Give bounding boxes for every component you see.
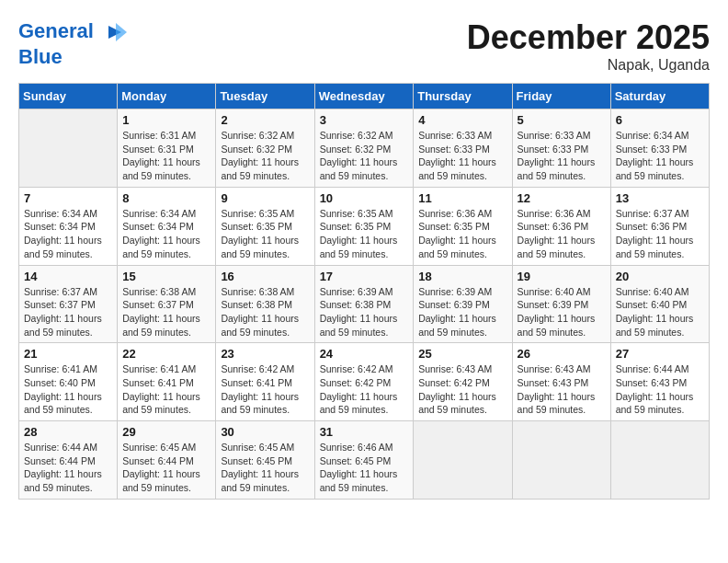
calendar-table: SundayMondayTuesdayWednesdayThursdayFrid… xyxy=(18,83,710,500)
calendar-cell: 20 Sunrise: 6:40 AM Sunset: 6:40 PM Dayl… xyxy=(610,265,709,343)
day-number: 23 xyxy=(221,347,309,361)
calendar-cell: 16 Sunrise: 6:38 AM Sunset: 6:38 PM Dayl… xyxy=(216,265,314,343)
calendar-cell: 2 Sunrise: 6:32 AM Sunset: 6:32 PM Dayli… xyxy=(216,109,314,188)
calendar-cell xyxy=(19,109,118,188)
calendar-week-1: 1 Sunrise: 6:31 AM Sunset: 6:31 PM Dayli… xyxy=(19,109,710,188)
calendar-cell: 26 Sunrise: 6:43 AM Sunset: 6:43 PM Dayl… xyxy=(512,343,610,421)
header-friday: Friday xyxy=(512,84,610,109)
svg-marker-1 xyxy=(116,23,127,41)
day-info: Sunrise: 6:43 AM Sunset: 6:42 PM Dayligh… xyxy=(418,362,506,417)
day-number: 18 xyxy=(418,270,506,283)
day-number: 25 xyxy=(418,347,506,361)
day-number: 24 xyxy=(320,347,409,361)
day-info: Sunrise: 6:35 AM Sunset: 6:35 PM Dayligh… xyxy=(221,207,309,261)
day-number: 8 xyxy=(122,191,210,205)
calendar-cell: 28 Sunrise: 6:44 AM Sunset: 6:44 PM Dayl… xyxy=(19,421,118,500)
calendar-cell: 24 Sunrise: 6:42 AM Sunset: 6:42 PM Dayl… xyxy=(314,343,414,421)
calendar-cell: 23 Sunrise: 6:42 AM Sunset: 6:41 PM Dayl… xyxy=(216,343,314,421)
day-info: Sunrise: 6:42 AM Sunset: 6:42 PM Dayligh… xyxy=(320,362,409,417)
title-block: December 2025 Napak, Uganda xyxy=(467,18,710,74)
calendar-cell: 29 Sunrise: 6:45 AM Sunset: 6:44 PM Dayl… xyxy=(118,421,216,500)
calendar-week-4: 21 Sunrise: 6:41 AM Sunset: 6:40 PM Dayl… xyxy=(19,343,710,421)
calendar-cell: 13 Sunrise: 6:37 AM Sunset: 6:36 PM Dayl… xyxy=(610,187,709,265)
day-number: 30 xyxy=(221,425,309,439)
day-info: Sunrise: 6:33 AM Sunset: 6:33 PM Dayligh… xyxy=(518,129,606,183)
day-info: Sunrise: 6:32 AM Sunset: 6:32 PM Dayligh… xyxy=(221,129,309,183)
day-number: 3 xyxy=(320,113,409,127)
day-info: Sunrise: 6:34 AM Sunset: 6:33 PM Dayligh… xyxy=(616,129,704,183)
calendar-cell: 19 Sunrise: 6:40 AM Sunset: 6:39 PM Dayl… xyxy=(512,265,610,343)
day-info: Sunrise: 6:43 AM Sunset: 6:43 PM Dayligh… xyxy=(518,362,606,417)
day-info: Sunrise: 6:37 AM Sunset: 6:37 PM Dayligh… xyxy=(24,285,112,339)
day-number: 31 xyxy=(320,425,409,439)
day-number: 26 xyxy=(518,347,606,361)
day-info: Sunrise: 6:35 AM Sunset: 6:35 PM Dayligh… xyxy=(320,207,409,261)
calendar-cell: 7 Sunrise: 6:34 AM Sunset: 6:34 PM Dayli… xyxy=(19,187,118,265)
day-number: 1 xyxy=(122,113,210,127)
calendar-cell: 22 Sunrise: 6:41 AM Sunset: 6:41 PM Dayl… xyxy=(118,343,216,421)
day-info: Sunrise: 6:34 AM Sunset: 6:34 PM Dayligh… xyxy=(122,207,210,261)
day-info: Sunrise: 6:44 AM Sunset: 6:43 PM Dayligh… xyxy=(616,362,704,417)
day-info: Sunrise: 6:36 AM Sunset: 6:36 PM Dayligh… xyxy=(518,207,606,261)
day-number: 22 xyxy=(122,347,210,361)
calendar-cell: 14 Sunrise: 6:37 AM Sunset: 6:37 PM Dayl… xyxy=(19,265,118,343)
calendar-cell xyxy=(610,421,709,500)
day-number: 29 xyxy=(122,425,210,439)
calendar-cell: 5 Sunrise: 6:33 AM Sunset: 6:33 PM Dayli… xyxy=(512,109,610,188)
calendar-week-5: 28 Sunrise: 6:44 AM Sunset: 6:44 PM Dayl… xyxy=(19,421,710,500)
day-number: 14 xyxy=(24,270,112,283)
header-sunday: Sunday xyxy=(19,84,118,109)
calendar-cell: 1 Sunrise: 6:31 AM Sunset: 6:31 PM Dayli… xyxy=(118,109,216,188)
calendar-week-2: 7 Sunrise: 6:34 AM Sunset: 6:34 PM Dayli… xyxy=(19,187,710,265)
day-info: Sunrise: 6:34 AM Sunset: 6:34 PM Dayligh… xyxy=(24,207,112,261)
calendar-cell: 21 Sunrise: 6:41 AM Sunset: 6:40 PM Dayl… xyxy=(19,343,118,421)
header-tuesday: Tuesday xyxy=(216,84,314,109)
day-number: 10 xyxy=(320,191,409,205)
day-number: 6 xyxy=(616,113,704,127)
day-number: 5 xyxy=(518,113,606,127)
calendar-cell: 27 Sunrise: 6:44 AM Sunset: 6:43 PM Dayl… xyxy=(610,343,709,421)
calendar-cell: 6 Sunrise: 6:34 AM Sunset: 6:33 PM Dayli… xyxy=(610,109,709,188)
calendar-cell: 10 Sunrise: 6:35 AM Sunset: 6:35 PM Dayl… xyxy=(314,187,414,265)
header-saturday: Saturday xyxy=(610,84,709,109)
day-info: Sunrise: 6:37 AM Sunset: 6:36 PM Dayligh… xyxy=(616,207,704,261)
calendar-cell: 30 Sunrise: 6:45 AM Sunset: 6:45 PM Dayl… xyxy=(216,421,314,500)
day-number: 4 xyxy=(418,113,506,127)
day-number: 15 xyxy=(122,270,210,283)
header-thursday: Thursday xyxy=(414,84,512,109)
day-info: Sunrise: 6:31 AM Sunset: 6:31 PM Dayligh… xyxy=(122,129,210,183)
day-info: Sunrise: 6:36 AM Sunset: 6:35 PM Dayligh… xyxy=(418,207,506,261)
logo: General Blue xyxy=(18,18,129,68)
day-number: 12 xyxy=(518,191,606,205)
day-number: 16 xyxy=(221,270,309,283)
day-info: Sunrise: 6:46 AM Sunset: 6:45 PM Dayligh… xyxy=(320,441,409,495)
day-info: Sunrise: 6:44 AM Sunset: 6:44 PM Dayligh… xyxy=(24,441,112,495)
calendar-header-row: SundayMondayTuesdayWednesdayThursdayFrid… xyxy=(19,84,710,109)
day-number: 17 xyxy=(320,270,409,283)
day-info: Sunrise: 6:38 AM Sunset: 6:38 PM Dayligh… xyxy=(221,285,309,339)
calendar-week-3: 14 Sunrise: 6:37 AM Sunset: 6:37 PM Dayl… xyxy=(19,265,710,343)
logo-blue: Blue xyxy=(18,46,129,68)
calendar-cell: 4 Sunrise: 6:33 AM Sunset: 6:33 PM Dayli… xyxy=(414,109,512,188)
day-info: Sunrise: 6:45 AM Sunset: 6:44 PM Dayligh… xyxy=(122,441,210,495)
day-info: Sunrise: 6:42 AM Sunset: 6:41 PM Dayligh… xyxy=(221,362,309,417)
day-info: Sunrise: 6:41 AM Sunset: 6:41 PM Dayligh… xyxy=(122,362,210,417)
calendar-cell: 31 Sunrise: 6:46 AM Sunset: 6:45 PM Dayl… xyxy=(314,421,414,500)
calendar-cell: 17 Sunrise: 6:39 AM Sunset: 6:38 PM Dayl… xyxy=(314,265,414,343)
day-number: 11 xyxy=(418,191,506,205)
header-monday: Monday xyxy=(118,84,216,109)
calendar-cell: 3 Sunrise: 6:32 AM Sunset: 6:32 PM Dayli… xyxy=(314,109,414,188)
day-number: 7 xyxy=(24,191,112,205)
logo-text: General xyxy=(18,18,129,46)
day-info: Sunrise: 6:45 AM Sunset: 6:45 PM Dayligh… xyxy=(221,441,309,495)
calendar-cell: 18 Sunrise: 6:39 AM Sunset: 6:39 PM Dayl… xyxy=(414,265,512,343)
day-info: Sunrise: 6:41 AM Sunset: 6:40 PM Dayligh… xyxy=(24,362,112,417)
calendar-cell: 12 Sunrise: 6:36 AM Sunset: 6:36 PM Dayl… xyxy=(512,187,610,265)
calendar-cell xyxy=(512,421,610,500)
day-number: 13 xyxy=(616,191,704,205)
day-info: Sunrise: 6:32 AM Sunset: 6:32 PM Dayligh… xyxy=(320,129,409,183)
day-info: Sunrise: 6:38 AM Sunset: 6:37 PM Dayligh… xyxy=(122,285,210,339)
day-number: 19 xyxy=(518,270,606,283)
month-title: December 2025 xyxy=(467,18,710,57)
day-info: Sunrise: 6:40 AM Sunset: 6:39 PM Dayligh… xyxy=(518,285,606,339)
